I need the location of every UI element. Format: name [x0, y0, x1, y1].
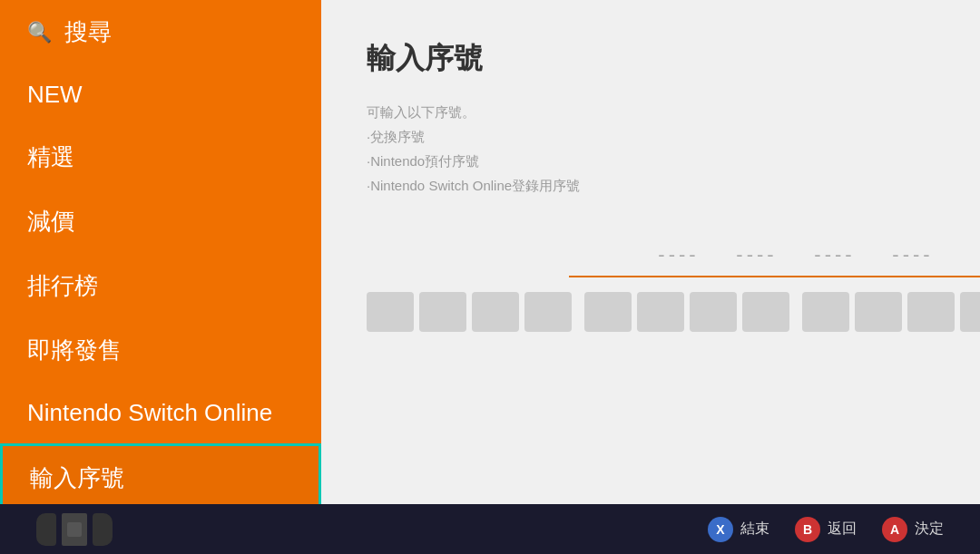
keyboard-group-3: [802, 292, 980, 332]
key-block[interactable]: [419, 292, 466, 332]
sidebar-item-sale[interactable]: 減價: [0, 190, 321, 254]
joycon-left-icon: [36, 513, 56, 546]
code-segment-4: ----: [881, 243, 945, 267]
code-input-area: ---- ---- ---- ----: [367, 243, 980, 332]
x-button-label: 結束: [740, 520, 769, 539]
sidebar-item-enter-code[interactable]: 輸入序號: [0, 443, 321, 504]
b-button-label: 返回: [828, 520, 857, 539]
console-body-icon: [62, 513, 87, 546]
key-block[interactable]: [637, 292, 684, 332]
key-block[interactable]: [472, 292, 519, 332]
sidebar-item-coming-soon-label: 即將發售: [27, 335, 122, 366]
sidebar-item-new-label: NEW: [27, 81, 83, 109]
sidebar-item-featured[interactable]: 精選: [0, 125, 321, 190]
sidebar-item-nso[interactable]: Nintendo Switch Online: [0, 383, 321, 443]
code-segment-3: ----: [803, 243, 867, 267]
sidebar-item-featured-label: 精選: [27, 141, 74, 173]
code-segment-1: ----: [647, 243, 710, 267]
b-button-icon: B: [795, 517, 820, 542]
sidebar-item-sale-label: 減價: [27, 206, 74, 238]
a-button-icon: A: [882, 517, 907, 542]
joycon-right-icon: [93, 513, 113, 546]
key-block[interactable]: [855, 292, 902, 332]
key-block[interactable]: [907, 292, 955, 332]
bottom-bar: X 結束 B 返回 A 決定: [0, 504, 980, 554]
code-segments: ---- ---- ---- ----: [647, 243, 945, 267]
console-icon: [36, 513, 113, 546]
sidebar-item-nso-label: Nintendo Switch Online: [27, 399, 272, 427]
key-block[interactable]: [742, 292, 789, 332]
a-button-area[interactable]: A 決定: [882, 517, 944, 542]
key-block[interactable]: [960, 292, 980, 332]
sidebar-item-enter-code-label: 輸入序號: [30, 462, 124, 494]
a-button-label: 決定: [915, 520, 944, 539]
key-block[interactable]: [367, 292, 414, 332]
code-underline: [569, 276, 980, 277]
content-area: 輸入序號: [321, 0, 980, 504]
sidebar-item-coming-soon[interactable]: 即將發售: [0, 318, 321, 383]
keyboard-group-2: [584, 292, 789, 332]
description-text: 可輸入以下序號。 ·兌換序號 ·Nintendo預付序號 ·Nintendo S…: [367, 100, 980, 198]
sidebar-item-new[interactable]: NEW: [0, 64, 321, 125]
desc-line2: ·兌換序號: [367, 124, 980, 149]
sidebar-item-ranking[interactable]: 排行榜: [0, 254, 321, 318]
desc-line1: 可輸入以下序號。: [367, 100, 980, 124]
key-block[interactable]: [584, 292, 632, 332]
keyboard-group-1: [367, 292, 572, 332]
key-block[interactable]: [690, 292, 737, 332]
main-layout: 🔍 搜尋 NEW 精選 減價 排行榜 即將發售 Nintendo Switch …: [0, 0, 980, 504]
x-button-area[interactable]: X 結束: [708, 517, 769, 542]
content-header: 輸入序號: [367, 36, 980, 82]
sidebar-item-ranking-label: 排行榜: [27, 270, 98, 302]
search-icon: 🔍: [27, 21, 52, 44]
keyboard-area: [367, 292, 980, 332]
sidebar: 🔍 搜尋 NEW 精選 減價 排行榜 即將發售 Nintendo Switch …: [0, 0, 321, 504]
b-button-area[interactable]: B 返回: [795, 517, 857, 542]
key-block[interactable]: [524, 292, 572, 332]
bottom-buttons: X 結束 B 返回 A 決定: [708, 517, 944, 542]
x-button-icon: X: [708, 517, 733, 542]
sidebar-item-search[interactable]: 🔍 搜尋: [0, 0, 321, 64]
page-title: 輸入序號: [367, 39, 483, 79]
key-block[interactable]: [802, 292, 849, 332]
desc-line4: ·Nintendo Switch Online登錄用序號: [367, 173, 980, 198]
desc-line3: ·Nintendo預付序號: [367, 149, 980, 173]
sidebar-item-search-label: 搜尋: [64, 16, 112, 48]
code-segment-2: ----: [725, 243, 789, 267]
